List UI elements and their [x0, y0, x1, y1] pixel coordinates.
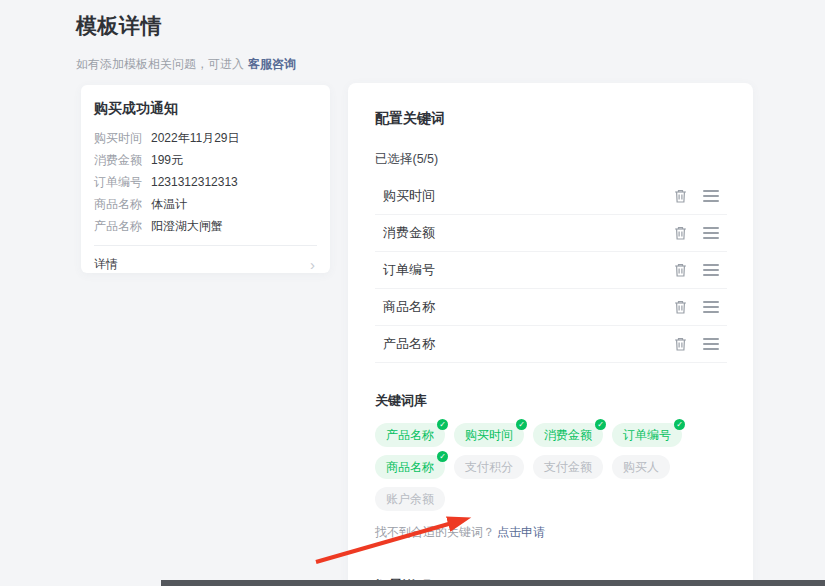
keyword-tag[interactable]: 产品名称 ✓: [375, 423, 445, 447]
selected-keyword-row: 消费金额: [375, 215, 727, 252]
keyword-tag-label: 购买时间: [465, 428, 513, 442]
subtitle-text: 如有添加模板相关问题，可进入: [76, 57, 244, 71]
field-value: 体温计: [151, 197, 187, 212]
trash-icon[interactable]: [672, 262, 689, 279]
keyword-tag[interactable]: 支付积分: [454, 455, 524, 479]
keyword-tag-label: 账户余额: [386, 492, 434, 506]
drag-handle-icon[interactable]: [703, 227, 719, 239]
trash-icon[interactable]: [672, 225, 689, 242]
keyword-library-tags: 产品名称 ✓ 购买时间 ✓ 消费金额 ✓ 订单编号 ✓ 商品名称 ✓ 支付积分 …: [375, 423, 695, 511]
keyword-tag-label: 消费金额: [544, 428, 592, 442]
template-name: 购买成功通知: [94, 100, 317, 118]
detail-label: 详情: [94, 256, 118, 273]
field-value: 2022年11月29日: [151, 131, 240, 146]
field-label: 消费金额: [94, 153, 151, 168]
customer-service-link[interactable]: 客服咨询: [248, 57, 296, 71]
keyword-row-actions: [672, 225, 719, 242]
drag-handle-icon[interactable]: [703, 264, 719, 276]
keyword-row-label: 购买时间: [383, 187, 672, 205]
selected-keyword-row: 商品名称: [375, 289, 727, 326]
keyword-tag[interactable]: 支付金额: [533, 455, 603, 479]
check-badge-icon: ✓: [674, 419, 685, 430]
field-label: 商品名称: [94, 197, 151, 212]
template-preview-card: 购买成功通知 购买时间 2022年11月29日 消费金额 199元 订单编号 1…: [81, 85, 330, 273]
keyword-row-label: 产品名称: [383, 335, 672, 353]
selected-keyword-row: 订单编号: [375, 252, 727, 289]
apply-hint-line: 找不到合适的关键词？点击申请: [375, 524, 727, 541]
check-badge-icon: ✓: [437, 419, 448, 430]
field-label: 产品名称: [94, 219, 151, 234]
page-title: 模板详情: [76, 12, 296, 40]
apply-hint-text: 找不到合适的关键词？: [375, 525, 495, 539]
keyword-tag-label: 支付积分: [465, 460, 513, 474]
background-window-edge: [161, 580, 825, 586]
selected-keyword-row: 购买时间: [375, 178, 727, 215]
keyword-row-label: 商品名称: [383, 298, 672, 316]
field-value: 阳澄湖大闸蟹: [151, 219, 223, 234]
detail-row[interactable]: 详情 ›: [94, 246, 317, 273]
drag-handle-icon[interactable]: [703, 301, 719, 313]
selected-count-label: 已选择(5/5): [375, 151, 727, 168]
template-field-row: 订单编号 1231312312313: [94, 175, 317, 190]
keyword-tag-label: 商品名称: [386, 460, 434, 474]
trash-icon[interactable]: [672, 188, 689, 205]
keyword-tag[interactable]: 购买时间 ✓: [454, 423, 524, 447]
keyword-row-label: 消费金额: [383, 224, 672, 242]
keyword-row-actions: [672, 299, 719, 316]
keyword-tag-label: 产品名称: [386, 428, 434, 442]
template-fields-list: 购买时间 2022年11月29日 消费金额 199元 订单编号 12313123…: [94, 131, 317, 234]
field-label: 购买时间: [94, 131, 151, 146]
keyword-tag-label: 购买人: [623, 460, 659, 474]
keyword-tag[interactable]: 商品名称 ✓: [375, 455, 445, 479]
keyword-tag-label: 订单编号: [623, 428, 671, 442]
page-subtitle: 如有添加模板相关问题，可进入客服咨询: [76, 56, 296, 73]
keyword-row-actions: [672, 188, 719, 205]
drag-handle-icon[interactable]: [703, 190, 719, 202]
keyword-tag[interactable]: 消费金额 ✓: [533, 423, 603, 447]
page-header: 模板详情 如有添加模板相关问题，可进入客服咨询: [76, 12, 296, 73]
keyword-library-title: 关键词库: [375, 392, 727, 410]
template-field-row: 购买时间 2022年11月29日: [94, 131, 317, 146]
trash-icon[interactable]: [672, 299, 689, 316]
template-field-row: 商品名称 体温计: [94, 197, 317, 212]
keyword-row-actions: [672, 262, 719, 279]
template-field-row: 产品名称 阳澄湖大闸蟹: [94, 219, 317, 234]
keyword-tag-label: 支付金额: [544, 460, 592, 474]
selected-keyword-row: 产品名称: [375, 326, 727, 363]
keyword-row-actions: [672, 336, 719, 353]
field-value: 199元: [151, 153, 183, 168]
check-badge-icon: ✓: [437, 451, 448, 462]
chevron-right-icon: ›: [310, 259, 315, 271]
trash-icon[interactable]: [672, 336, 689, 353]
keyword-tag[interactable]: 账户余额: [375, 487, 445, 511]
field-value: 1231312312313: [151, 175, 238, 190]
selected-keywords-list: 购买时间 消费金额: [375, 178, 727, 363]
apply-link[interactable]: 点击申请: [497, 525, 545, 539]
config-section-title: 配置关键词: [375, 110, 727, 128]
check-badge-icon: ✓: [595, 419, 606, 430]
check-badge-icon: ✓: [516, 419, 527, 430]
field-label: 订单编号: [94, 175, 151, 190]
keyword-config-card: 配置关键词 已选择(5/5) 购买时间 消费金额: [348, 83, 753, 586]
keyword-tag[interactable]: 购买人: [612, 455, 670, 479]
drag-handle-icon[interactable]: [703, 338, 719, 350]
keyword-tag[interactable]: 订单编号 ✓: [612, 423, 682, 447]
keyword-row-label: 订单编号: [383, 261, 672, 279]
template-field-row: 消费金额 199元: [94, 153, 317, 168]
